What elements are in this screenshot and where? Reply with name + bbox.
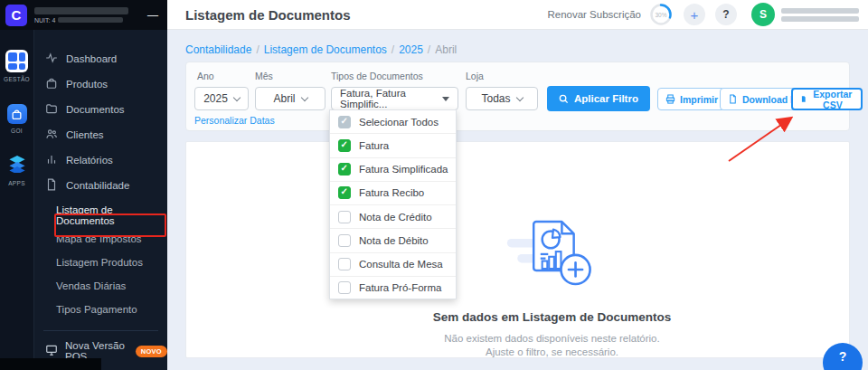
tipos-documentos-multiselect[interactable]: Fatura, Fatura Simplific... — [331, 87, 458, 110]
dropdown-arrow-icon — [442, 97, 449, 101]
checkbox-checked-icon[interactable] — [338, 163, 351, 176]
sidebar-item-contabilidade[interactable]: Contabilidade — [34, 173, 167, 198]
dropdown-option-consulta-mesa[interactable]: Consulta de Mesa — [330, 253, 456, 277]
dropdown-option-fatura-pro-forma[interactable]: Fatura Pró-Forma — [330, 277, 456, 299]
svg-text:30%: 30% — [655, 12, 666, 18]
avatar[interactable]: S — [751, 3, 775, 26]
redacted-nuit-number — [58, 17, 123, 23]
sidebar-item-vendas-diarias[interactable]: Vendas Diárias — [34, 274, 167, 298]
sidebar-item-relatorios[interactable]: Relatórios — [34, 147, 167, 173]
imprimir-button[interactable]: Imprimir — [657, 88, 726, 110]
pdf-file-icon — [728, 94, 738, 104]
sidebar-item-clientes[interactable]: Clientes — [34, 122, 167, 147]
activity-icon — [45, 52, 58, 66]
main-header: Listagem de Documentos Renovar Subscriçã… — [167, 0, 868, 30]
monitor-icon — [45, 344, 58, 358]
sidebar-bottom-strip — [0, 358, 101, 370]
empty-state-title: Sem dados em Listagem de Documentos — [221, 310, 868, 324]
tipos-label: Tipos de Documentos — [331, 71, 423, 81]
loja-select[interactable]: Todas — [466, 87, 538, 110]
breadcrumb-ano[interactable]: 2025 — [399, 43, 423, 56]
chevron-down-icon — [233, 93, 241, 100]
content-area: Contabilidade/Listagem de Documentos/202… — [167, 30, 868, 370]
app-rail: GESTÃO GOI APPS — [0, 30, 34, 370]
report-empty-card: Sem dados em Listagem de Documentos Não … — [185, 141, 850, 358]
renew-subscription-link[interactable]: Renovar Subscrição — [547, 9, 641, 20]
breadcrumb-mes: Abril — [435, 43, 457, 56]
filter-panel: Ano Mês Tipos de Documentos Loja 2025 Ab… — [185, 62, 850, 131]
bar-chart-icon — [45, 153, 58, 167]
csv-file-icon — [800, 94, 807, 104]
mes-select[interactable]: Abril — [255, 87, 326, 110]
shopping-bag-icon — [7, 104, 27, 124]
subscription-progress-ring: 30% — [648, 2, 674, 27]
dropdown-option-fatura-recibo[interactable]: Fatura Recibo — [330, 182, 456, 205]
sidebar-item-mapa-impostos[interactable]: Mapa de Impostos — [34, 227, 167, 251]
empty-report-icon — [505, 216, 599, 290]
ano-select[interactable]: 2025 — [194, 87, 249, 110]
app-logo[interactable]: C — [5, 5, 27, 26]
sidebar-item-tipos-pagamento[interactable]: Tipos Pagamento — [34, 298, 167, 321]
layers-icon — [7, 156, 27, 176]
rail-item-apps[interactable]: APPS — [7, 156, 27, 186]
users-icon — [45, 128, 58, 142]
redacted-user-info — [781, 5, 859, 24]
checkbox-empty-icon[interactable] — [338, 211, 351, 223]
search-icon — [559, 94, 569, 104]
chevron-down-icon — [300, 93, 307, 100]
checkbox-checked-icon[interactable] — [338, 139, 351, 152]
empty-state-subtitle: Não existem dados disponíveis neste rela… — [221, 332, 868, 359]
chevron-down-icon — [515, 93, 523, 100]
app-window: C NUIT: 4 — GESTÃO GOI — [0, 0, 868, 370]
dropdown-option-nota-debito[interactable]: Nota de Débito — [330, 229, 456, 252]
folder-icon — [45, 102, 58, 117]
dropdown-option-fatura[interactable]: Fatura — [330, 134, 456, 157]
printer-icon — [665, 94, 675, 104]
bag-icon — [45, 77, 58, 91]
company-info: NUIT: 4 — [34, 7, 144, 24]
ano-label: Ano — [197, 71, 214, 81]
grid-tile-icon — [5, 50, 28, 72]
checkbox-empty-icon[interactable] — [338, 234, 351, 247]
page-title: Listagem de Documentos — [185, 7, 547, 23]
exportar-csv-button[interactable]: Exportar CSV — [791, 88, 863, 110]
add-button[interactable]: + — [684, 4, 705, 25]
loja-label: Loja — [466, 71, 484, 81]
file-icon — [45, 178, 58, 193]
sidebar-header: C NUIT: 4 — — [0, 0, 167, 30]
nuit-label: NUIT: 4 — [34, 17, 55, 24]
sidebar-item-dashboard[interactable]: Dashboard — [34, 46, 167, 71]
sidebar-item-listagem-produtos[interactable]: Listagem Produtos — [34, 251, 167, 274]
sidebar-item-documentos[interactable]: Documentos — [34, 97, 167, 122]
dropdown-option-selecionar-todos[interactable]: Selecionar Todos — [330, 110, 456, 134]
sidebar-item-listagem-documentos[interactable]: Listagem de Documentos — [34, 204, 167, 227]
novo-badge: NOVO — [136, 346, 167, 357]
breadcrumb: Contabilidade/Listagem de Documentos/202… — [185, 43, 457, 56]
mes-label: Mês — [255, 71, 273, 81]
checkbox-empty-icon[interactable] — [338, 258, 351, 270]
sidebar-item-produtos[interactable]: Produtos — [34, 71, 167, 97]
tipos-documentos-dropdown: Selecionar Todos Fatura Fatura Simplific… — [329, 109, 457, 299]
rail-item-gestao[interactable]: GESTÃO — [4, 50, 30, 82]
breadcrumb-listagem[interactable]: Listagem de Documentos — [264, 43, 387, 56]
checkbox-partial-icon[interactable] — [338, 116, 351, 128]
collapse-sidebar-icon[interactable]: — — [144, 9, 162, 22]
menu-divider — [43, 330, 158, 331]
checkbox-empty-icon[interactable] — [338, 281, 351, 294]
breadcrumb-contabilidade[interactable]: Contabilidade — [185, 43, 251, 56]
personalizar-datas-link[interactable]: Personalizar Datas — [194, 115, 275, 126]
rail-item-goi[interactable]: GOI — [7, 104, 27, 134]
aplicar-filtro-button[interactable]: Aplicar Filtro — [547, 86, 650, 111]
dropdown-option-fatura-simplificada[interactable]: Fatura Simplificada — [330, 158, 456, 182]
empty-state: Sem dados em Listagem de Documentos Não … — [221, 216, 868, 359]
sidebar: C NUIT: 4 — GESTÃO GOI — [0, 0, 167, 370]
dropdown-option-nota-credito[interactable]: Nota de Crédito — [330, 205, 456, 229]
sidebar-menu: Dashboard Produtos Documentos Clientes R… — [34, 30, 167, 370]
help-button[interactable]: ? — [715, 4, 737, 25]
checkbox-checked-icon[interactable] — [338, 186, 351, 199]
redacted-company-name — [34, 7, 128, 14]
